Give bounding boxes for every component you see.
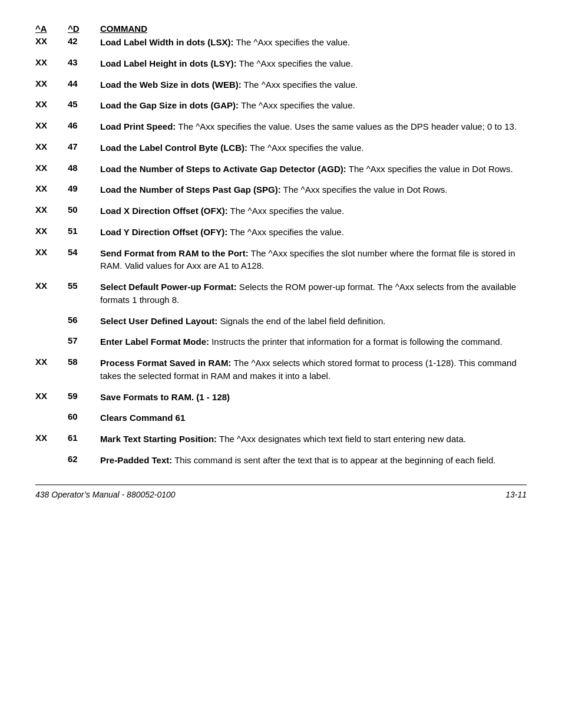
entry-description: Load X Direction Offset (OFX): The ^Axx … bbox=[100, 205, 527, 218]
entry-number: 45 bbox=[68, 99, 100, 109]
footer-right: 13-11 bbox=[505, 490, 527, 499]
header-col-cmd: COMMAND bbox=[100, 24, 527, 34]
table-row: XX45Load the Gap Size in dots (GAP): The… bbox=[35, 99, 527, 112]
entry-xx: XX bbox=[35, 281, 68, 291]
entry-number: 56 bbox=[68, 315, 100, 325]
table-row: XX44Load the Web Size in dots (WEB): The… bbox=[35, 78, 527, 91]
entry-description: Load the Gap Size in dots (GAP): The ^Ax… bbox=[100, 99, 527, 112]
entry-xx: XX bbox=[35, 433, 68, 443]
entry-number: 42 bbox=[68, 36, 100, 46]
entry-description: Load Y Direction Offset (OFY): The ^Axx … bbox=[100, 226, 527, 239]
table-row: XX61Mark Text Starting Position: The ^Ax… bbox=[35, 433, 527, 446]
entry-number: 51 bbox=[68, 226, 100, 236]
footer-left: 438 Operator’s Manual - 880052-0100 bbox=[35, 490, 176, 499]
entry-number: 44 bbox=[68, 78, 100, 88]
table-row: 57Enter Label Format Mode: Instructs the… bbox=[35, 335, 527, 348]
entry-number: 54 bbox=[68, 247, 100, 257]
entry-description: Load Label Height in dots (LSY): The ^Ax… bbox=[100, 57, 527, 70]
entry-description: Mark Text Starting Position: The ^Axx de… bbox=[100, 433, 527, 446]
entry-number: 43 bbox=[68, 57, 100, 67]
entry-description: Load the Label Control Byte (LCB): The ^… bbox=[100, 141, 527, 154]
entry-number: 57 bbox=[68, 335, 100, 345]
entry-description: Load the Number of Steps to Activate Gap… bbox=[100, 163, 527, 176]
table-row: XX50Load X Direction Offset (OFX): The ^… bbox=[35, 205, 527, 218]
table-row: 60Clears Command 61 bbox=[35, 411, 527, 424]
header-col-a: ^A bbox=[35, 24, 68, 34]
entry-xx: XX bbox=[35, 205, 68, 215]
page-footer: 438 Operator’s Manual - 880052-0100 13-1… bbox=[35, 485, 527, 499]
header-col-d: ^D bbox=[68, 24, 100, 34]
entry-xx: XX bbox=[35, 36, 68, 46]
entry-description: Enter Label Format Mode: Instructs the p… bbox=[100, 335, 527, 348]
entry-xx: XX bbox=[35, 357, 68, 367]
entry-xx: XX bbox=[35, 183, 68, 193]
entry-description: Select User Defined Layout: Signals the … bbox=[100, 315, 527, 328]
entry-number: 50 bbox=[68, 205, 100, 215]
entries-container: XX42Load Label Width in dots (LSX): The … bbox=[35, 36, 527, 467]
table-row: XX46Load Print Speed: The ^Axx specifies… bbox=[35, 120, 527, 133]
entry-number: 55 bbox=[68, 281, 100, 291]
entry-description: Load Label Width in dots (LSX): The ^Axx… bbox=[100, 36, 527, 49]
table-row: 62Pre-Padded Text: This command is sent … bbox=[35, 454, 527, 467]
entry-description: Send Format from RAM to the Port: The ^A… bbox=[100, 247, 527, 273]
entry-description: Load the Web Size in dots (WEB): The ^Ax… bbox=[100, 78, 527, 91]
entry-xx: XX bbox=[35, 163, 68, 173]
entry-description: Load the Number of Steps Past Gap (SPG):… bbox=[100, 183, 527, 196]
table-row: XX58Process Format Saved in RAM: The ^Ax… bbox=[35, 357, 527, 383]
entry-number: 59 bbox=[68, 391, 100, 401]
entry-xx: XX bbox=[35, 226, 68, 236]
page-content: ^A ^D COMMAND XX42Load Label Width in do… bbox=[35, 24, 527, 499]
table-row: XX48Load the Number of Steps to Activate… bbox=[35, 163, 527, 176]
entry-xx: XX bbox=[35, 247, 68, 257]
entry-description: Load Print Speed: The ^Axx specifies the… bbox=[100, 120, 527, 133]
entry-description: Process Format Saved in RAM: The ^Axx se… bbox=[100, 357, 527, 383]
table-row: XX43Load Label Height in dots (LSY): The… bbox=[35, 57, 527, 70]
table-row: XX49Load the Number of Steps Past Gap (S… bbox=[35, 183, 527, 196]
entry-xx: XX bbox=[35, 57, 68, 67]
entry-xx: XX bbox=[35, 141, 68, 151]
entry-number: 60 bbox=[68, 411, 100, 421]
table-row: XX51Load Y Direction Offset (OFY): The ^… bbox=[35, 226, 527, 239]
table-row: XX54Send Format from RAM to the Port: Th… bbox=[35, 247, 527, 273]
entry-xx: XX bbox=[35, 99, 68, 109]
table-row: XX42Load Label Width in dots (LSX): The … bbox=[35, 36, 527, 49]
table-row: 56Select User Defined Layout: Signals th… bbox=[35, 315, 527, 328]
entry-number: 58 bbox=[68, 357, 100, 367]
entry-number: 49 bbox=[68, 183, 100, 193]
table-header: ^A ^D COMMAND bbox=[35, 24, 527, 34]
entry-number: 46 bbox=[68, 120, 100, 130]
entry-xx: XX bbox=[35, 120, 68, 130]
entry-number: 48 bbox=[68, 163, 100, 173]
entry-xx: XX bbox=[35, 78, 68, 88]
table-row: XX55Select Default Power-up Format: Sele… bbox=[35, 281, 527, 307]
table-row: XX47Load the Label Control Byte (LCB): T… bbox=[35, 141, 527, 154]
entry-description: Clears Command 61 bbox=[100, 411, 527, 424]
entry-description: Pre-Padded Text: This command is sent af… bbox=[100, 454, 527, 467]
entry-description: Select Default Power-up Format: Selects … bbox=[100, 281, 527, 307]
entry-description: Save Formats to RAM. (1 - 128) bbox=[100, 391, 527, 404]
table-row: XX59Save Formats to RAM. (1 - 128) bbox=[35, 391, 527, 404]
entry-number: 47 bbox=[68, 141, 100, 151]
entry-number: 62 bbox=[68, 454, 100, 464]
entry-xx: XX bbox=[35, 391, 68, 401]
entry-number: 61 bbox=[68, 433, 100, 443]
